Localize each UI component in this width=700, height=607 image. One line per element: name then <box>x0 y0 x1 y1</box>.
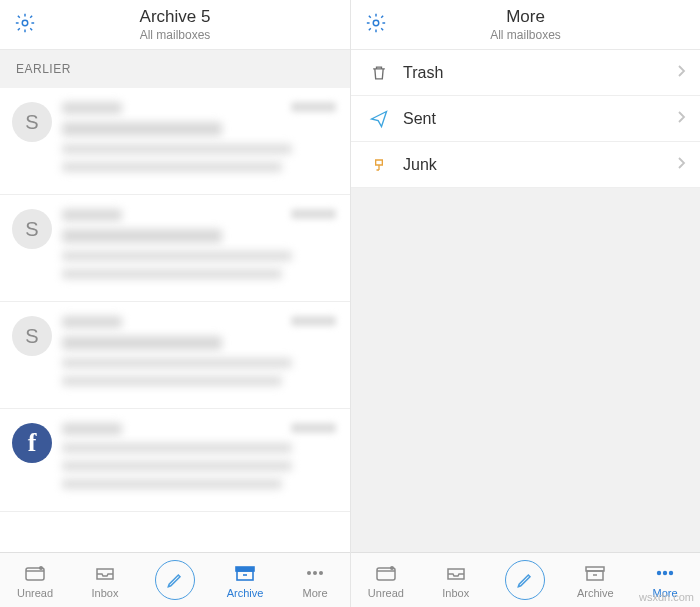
menu-label: Junk <box>403 156 437 174</box>
settings-icon[interactable] <box>365 12 387 38</box>
email-preview <box>62 209 338 287</box>
avatar-facebook: f <box>12 423 52 463</box>
svg-point-13 <box>657 571 661 575</box>
left-header: Archive 5 All mailboxes <box>0 0 350 50</box>
tab-label: Archive <box>227 587 264 599</box>
tab-label: Inbox <box>442 587 469 599</box>
menu-label: Trash <box>403 64 443 82</box>
more-menu: Trash Sent Junk <box>351 50 700 552</box>
more-panel: More All mailboxes Trash Sent <box>350 0 700 607</box>
left-tabbar: Unread Inbox Archive <box>0 552 350 607</box>
tab-label: Unread <box>368 587 404 599</box>
svg-point-6 <box>313 571 317 575</box>
svg-point-5 <box>307 571 311 575</box>
more-icon <box>653 561 677 585</box>
email-preview <box>62 102 338 180</box>
avatar: S <box>12 316 52 356</box>
chevron-right-icon <box>676 156 686 174</box>
compose-button[interactable] <box>140 560 210 600</box>
menu-item-junk[interactable]: Junk <box>351 142 700 188</box>
page-subtitle: All mailboxes <box>140 28 211 42</box>
archive-icon <box>233 561 257 585</box>
inbox-icon <box>93 561 117 585</box>
unread-icon <box>23 561 47 585</box>
right-header: More All mailboxes <box>351 0 700 50</box>
email-list: S S S <box>0 88 350 552</box>
unread-icon <box>374 561 398 585</box>
compose-button[interactable] <box>491 560 561 600</box>
avatar: S <box>12 209 52 249</box>
email-preview <box>62 316 338 394</box>
section-earlier: EARLIER <box>0 50 350 88</box>
sent-icon <box>365 109 393 129</box>
tab-label: Unread <box>17 587 53 599</box>
archive-panel: Archive 5 All mailboxes EARLIER S S <box>0 0 350 607</box>
svg-point-2 <box>39 566 43 570</box>
tab-archive[interactable]: Archive <box>210 561 280 599</box>
tab-label: Inbox <box>92 587 119 599</box>
page-title: More <box>490 7 561 27</box>
menu-label: Sent <box>403 110 436 128</box>
more-icon <box>303 561 327 585</box>
tab-inbox[interactable]: Inbox <box>421 561 491 599</box>
tab-unread[interactable]: Unread <box>351 561 421 599</box>
page-subtitle: All mailboxes <box>490 28 561 42</box>
tab-archive[interactable]: Archive <box>560 561 630 599</box>
tab-inbox[interactable]: Inbox <box>70 561 140 599</box>
svg-point-14 <box>663 571 667 575</box>
chevron-right-icon <box>676 110 686 128</box>
svg-point-10 <box>390 566 394 570</box>
svg-point-0 <box>22 20 28 26</box>
menu-item-trash[interactable]: Trash <box>351 50 700 96</box>
settings-icon[interactable] <box>14 12 36 38</box>
tab-unread[interactable]: Unread <box>0 561 70 599</box>
chevron-right-icon <box>676 64 686 82</box>
email-row[interactable]: S <box>0 195 350 302</box>
trash-icon <box>365 63 393 83</box>
svg-point-7 <box>319 571 323 575</box>
avatar: S <box>12 102 52 142</box>
menu-item-sent[interactable]: Sent <box>351 96 700 142</box>
junk-icon <box>365 155 393 175</box>
inbox-icon <box>444 561 468 585</box>
email-row[interactable]: S <box>0 302 350 409</box>
watermark: wsxdn.com <box>639 591 694 603</box>
page-title: Archive 5 <box>140 7 211 27</box>
email-row[interactable]: f <box>0 409 350 512</box>
tab-label: More <box>302 587 327 599</box>
tab-label: Archive <box>577 587 614 599</box>
archive-icon <box>583 561 607 585</box>
tab-more[interactable]: More <box>280 561 350 599</box>
email-preview <box>62 423 338 497</box>
email-row[interactable]: S <box>0 88 350 195</box>
svg-point-15 <box>669 571 673 575</box>
svg-point-8 <box>373 20 379 26</box>
